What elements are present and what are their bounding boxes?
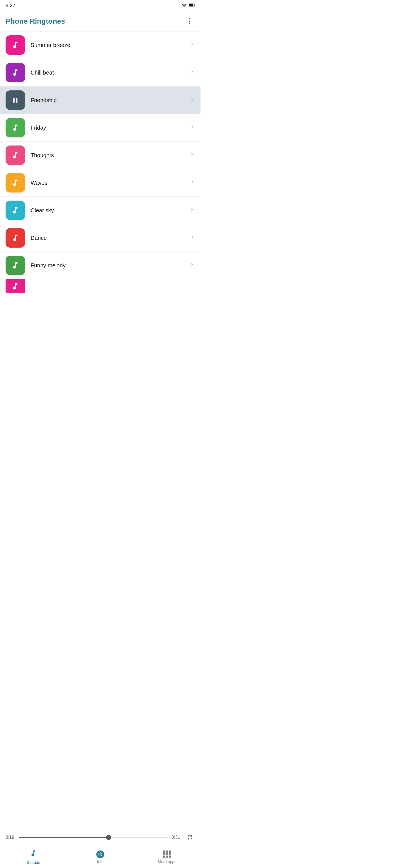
ringtone-icon bbox=[6, 35, 25, 55]
music-note-icon bbox=[11, 206, 20, 215]
chevron-right-icon bbox=[189, 41, 195, 49]
chevron-right-icon bbox=[189, 124, 195, 131]
list-item[interactable]: Summer breeze bbox=[0, 31, 200, 59]
ringtone-name: Friendship bbox=[31, 97, 189, 103]
more-dots-icon: ⋮ bbox=[186, 18, 193, 25]
ringtone-name: Friday bbox=[31, 125, 189, 131]
status-time: 6:27 bbox=[6, 3, 15, 9]
music-note-icon bbox=[11, 124, 20, 132]
ringtone-name: Funny melody bbox=[31, 262, 189, 269]
battery-icon bbox=[189, 3, 195, 8]
ringtone-list: Summer breeze Chill beat Friendship Frid… bbox=[0, 31, 200, 338]
ringtone-name: Dance bbox=[31, 235, 189, 241]
ringtone-icon bbox=[6, 228, 25, 248]
status-icons bbox=[181, 3, 195, 9]
music-note-icon bbox=[11, 261, 20, 270]
chevron-right-icon bbox=[189, 207, 195, 214]
ringtone-name: Thoughts bbox=[31, 152, 189, 159]
list-item[interactable]: Waves bbox=[0, 169, 200, 197]
ringtone-name: Clear sky bbox=[31, 207, 189, 214]
list-item[interactable]: Clear sky bbox=[0, 197, 200, 224]
ringtone-icon bbox=[6, 146, 25, 165]
ringtone-icon bbox=[6, 118, 25, 137]
list-item[interactable] bbox=[0, 279, 200, 293]
chevron-right-icon bbox=[189, 179, 195, 186]
list-item[interactable]: Funny melody bbox=[0, 252, 200, 279]
list-item[interactable]: Friday bbox=[0, 114, 200, 142]
music-note-icon bbox=[11, 41, 20, 49]
music-note-icon bbox=[11, 68, 20, 77]
header: Phone Ringtones ⋮ bbox=[0, 11, 200, 31]
ringtone-icon bbox=[6, 200, 25, 220]
ringtone-name: Chill beat bbox=[31, 69, 189, 76]
more-options-button[interactable]: ⋮ bbox=[184, 16, 195, 27]
chevron-right-icon bbox=[189, 69, 195, 76]
ringtone-name: Summer breeze bbox=[31, 42, 189, 49]
signal-icon bbox=[181, 3, 187, 9]
chevron-right-icon bbox=[189, 262, 195, 269]
svg-rect-1 bbox=[189, 4, 193, 6]
ringtone-icon bbox=[6, 256, 25, 275]
music-note-icon bbox=[11, 179, 20, 187]
chevron-right-icon bbox=[189, 96, 195, 104]
svg-rect-2 bbox=[194, 4, 195, 6]
ringtone-icon bbox=[6, 173, 25, 192]
chevron-right-icon bbox=[189, 152, 195, 159]
list-item[interactable]: Thoughts bbox=[0, 142, 200, 169]
chevron-right-icon bbox=[189, 234, 195, 242]
list-item[interactable]: Chill beat bbox=[0, 59, 200, 87]
list-item[interactable]: Friendship bbox=[0, 87, 200, 114]
ringtone-name: Waves bbox=[31, 180, 189, 186]
list-item[interactable]: Dance bbox=[0, 224, 200, 252]
ringtone-icon bbox=[6, 90, 25, 110]
ringtone-icon bbox=[6, 279, 25, 293]
ringtone-icon bbox=[6, 63, 25, 82]
music-note-icon bbox=[11, 151, 20, 159]
music-note-icon bbox=[11, 234, 20, 242]
page-title: Phone Ringtones bbox=[6, 17, 65, 26]
status-bar: 6:27 bbox=[0, 0, 200, 11]
pause-icon bbox=[11, 96, 20, 104]
